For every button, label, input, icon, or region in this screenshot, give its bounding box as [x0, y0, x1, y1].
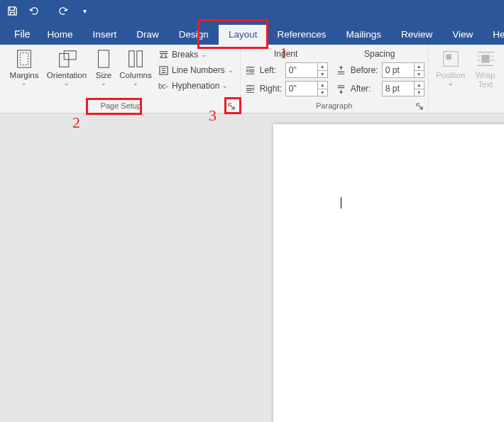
hyphenation-button[interactable]: bc‑ Hyphenation ⌄ [155, 78, 236, 94]
save-button[interactable] [4, 4, 20, 19]
undo-button[interactable] [26, 4, 41, 19]
spacing-before-input[interactable]: 0 pt ▲▼ [382, 62, 424, 78]
document-area [0, 113, 504, 422]
orientation-button[interactable]: Orientation ⌄ [45, 46, 89, 86]
breaks-label: Breaks [172, 50, 198, 60]
spacing-heading: Spacing [335, 48, 424, 60]
tab-layout[interactable]: Layout [219, 25, 268, 45]
spacing-after-label: After: [351, 84, 379, 94]
tab-draw[interactable]: Draw [126, 25, 169, 45]
spacing-before-icon [336, 65, 346, 76]
tab-references[interactable]: References [267, 25, 336, 45]
indent-left-input[interactable]: 0" ▲▼ [285, 62, 328, 78]
dialog-launcher-icon [228, 103, 235, 110]
tab-insert[interactable]: Insert [83, 25, 127, 45]
ribbon-tabs: File Home Insert Draw Design Layout Refe… [0, 22, 504, 45]
document-page[interactable] [273, 124, 504, 422]
spacing-after-value: 8 pt [385, 84, 400, 94]
spinner-up[interactable]: ▲ [317, 63, 327, 71]
chevron-down-icon: ⌄ [228, 67, 234, 73]
paragraph-launcher[interactable] [415, 101, 424, 111]
tab-view[interactable]: View [442, 25, 483, 45]
spacing-after-icon [336, 84, 346, 94]
ribbon: Margins ⌄ Orientation ⌄ Size ⌄ Columns ⌄ [0, 45, 504, 113]
indent-left-value: 0" [289, 65, 297, 75]
position-button: Position ⌄ [432, 46, 469, 86]
annotation-label-1: 1 [280, 44, 287, 62]
paragraph-group-label: Paragraph [316, 101, 352, 110]
chevron-down-icon: ⌄ [64, 80, 70, 86]
breaks-icon [158, 50, 169, 60]
svg-rect-11 [481, 55, 489, 62]
line-numbers-label: Line Numbers [172, 65, 225, 75]
hyphenation-label: Hyphenation [172, 81, 219, 91]
svg-rect-7 [137, 51, 143, 67]
indent-right-icon [245, 84, 256, 94]
wrap-text-button: Wrap Text [471, 46, 500, 89]
svg-rect-2 [20, 53, 28, 65]
orientation-icon [56, 48, 77, 70]
svg-rect-5 [99, 50, 109, 67]
redo-icon [58, 6, 69, 16]
columns-icon [125, 48, 146, 70]
spinner-up[interactable]: ▲ [317, 82, 327, 89]
line-numbers-button[interactable]: Line Numbers ⌄ [155, 62, 236, 78]
line-numbers-icon [158, 65, 169, 76]
position-icon [440, 48, 461, 70]
undo-icon [28, 6, 39, 16]
svg-rect-10 [446, 54, 451, 60]
group-arrange: Position ⌄ Wrap Text [429, 45, 503, 113]
page-setup-group-label: Page Setup [101, 101, 142, 110]
group-page-setup: Margins ⌄ Orientation ⌄ Size ⌄ Columns ⌄ [0, 45, 241, 113]
chevron-down-icon: ⌄ [133, 80, 138, 86]
tab-design[interactable]: Design [169, 25, 219, 45]
size-button[interactable]: Size ⌄ [91, 46, 116, 86]
spinner-down[interactable]: ▼ [317, 89, 327, 96]
qat-customize-button[interactable]: ▾ [77, 4, 92, 19]
spinner-up[interactable]: ▲ [414, 63, 424, 71]
tab-review[interactable]: Review [391, 25, 442, 45]
chevron-down-icon: ⌄ [222, 83, 228, 89]
spacing-before-value: 0 pt [385, 65, 400, 75]
spacing-after-input[interactable]: 8 pt ▲▼ [382, 81, 424, 96]
hyphenation-icon: bc‑ [158, 80, 169, 91]
columns-button[interactable]: Columns ⌄ [119, 46, 153, 86]
indent-right-value: 0" [289, 84, 297, 94]
annotation-label-3: 3 [209, 106, 217, 125]
dialog-launcher-icon [416, 103, 423, 110]
annotation-label-2: 2 [72, 113, 80, 132]
indent-left-label: Left: [260, 65, 283, 75]
breaks-button[interactable]: Breaks ⌄ [155, 47, 236, 62]
page-setup-launcher[interactable] [226, 101, 236, 111]
tab-file[interactable]: File [7, 24, 38, 45]
spinner-up[interactable]: ▲ [414, 82, 424, 89]
chevron-down-icon: ⌄ [201, 52, 207, 57]
size-icon [93, 48, 114, 70]
wrap-text-label: Wrap Text [476, 71, 495, 89]
group-paragraph: Indent Left: 0" ▲▼ Right: 0" ▲▼ [241, 45, 429, 113]
indent-left-icon [245, 65, 256, 76]
chevron-down-icon: ⌄ [101, 80, 106, 86]
spinner-down[interactable]: ▼ [414, 71, 424, 78]
spinner-down[interactable]: ▼ [317, 71, 327, 78]
tab-help[interactable]: Help [483, 25, 504, 45]
tab-home[interactable]: Home [38, 25, 83, 45]
chevron-down-icon: ⌄ [448, 80, 454, 86]
margins-icon [13, 48, 35, 70]
text-cursor [341, 197, 341, 209]
chevron-down-icon: ⌄ [21, 80, 27, 86]
margins-button[interactable]: Margins ⌄ [6, 46, 43, 86]
redo-button[interactable] [55, 4, 71, 19]
indent-right-input[interactable]: 0" ▲▼ [285, 81, 328, 96]
wrap-text-icon [475, 48, 496, 70]
indent-right-label: Right: [260, 84, 283, 94]
spinner-down[interactable]: ▼ [414, 89, 424, 96]
tab-mailings[interactable]: Mailings [336, 25, 391, 45]
save-icon [7, 6, 18, 16]
spacing-before-label: Before: [351, 65, 379, 75]
svg-rect-4 [64, 51, 76, 60]
svg-rect-6 [129, 51, 135, 67]
quick-access-toolbar: ▾ [0, 0, 504, 22]
